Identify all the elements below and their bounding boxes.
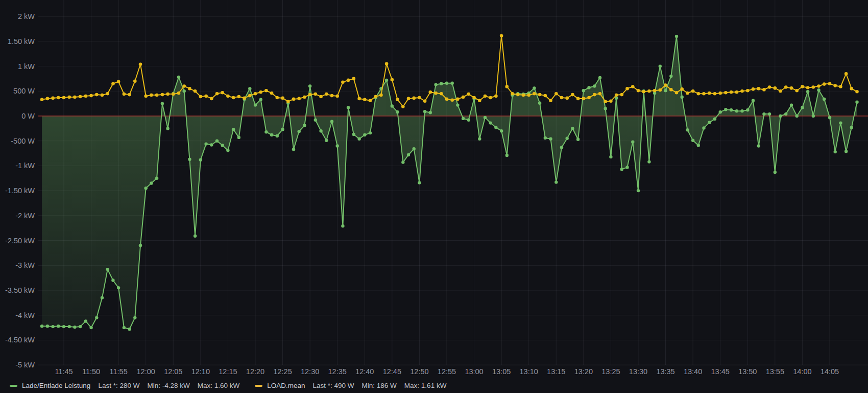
x-axis-tick-label: 13:20	[574, 367, 593, 376]
x-axis-tick-label: 11:50	[82, 367, 100, 376]
y-axis-tick-label: 1.50 kW	[8, 37, 35, 45]
grafana-panel: 2 kW1.50 kW1 kW500 W0 W-500 W-1 kW-1.50 …	[0, 0, 868, 393]
x-axis-tick-label: 13:25	[601, 367, 620, 376]
legend-swatch-load-icon	[255, 385, 262, 387]
x-axis-tick-label: 11:45	[55, 367, 73, 376]
legend: Lade/Entlade Leistung Last *: 280 W Min:…	[10, 382, 446, 389]
y-axis-tick-label: -2.50 kW	[5, 237, 35, 245]
y-axis-tick-label: -1 kW	[15, 161, 35, 170]
y-axis-tick-label: -4.50 kW	[5, 336, 35, 344]
x-axis-tick-label: 13:15	[547, 367, 565, 376]
x-axis-tick-label: 13:10	[520, 367, 538, 376]
legend-stat-min: Min: -4.28 kW	[147, 382, 189, 389]
y-axis-tick-label: -5 kW	[15, 361, 35, 369]
x-axis-tick-label: 12:25	[273, 367, 292, 376]
plot-area[interactable]	[38, 0, 868, 365]
x-axis-tick-label: 13:35	[656, 367, 674, 376]
legend-item-battery[interactable]: Lade/Entlade Leistung Last *: 280 W Min:…	[10, 382, 239, 389]
x-axis-tick-label: 14:00	[793, 367, 811, 376]
x-axis-tick-label: 13:05	[492, 367, 511, 376]
x-axis-tick-label: 12:20	[246, 367, 264, 376]
x-axis-tick-label: 12:05	[164, 367, 182, 376]
y-axis-tick-label: -500 W	[11, 137, 35, 145]
x-axis-tick-label: 13:30	[629, 367, 647, 376]
power-timeseries-chart[interactable]: 2 kW1.50 kW1 kW500 W0 W-500 W-1 kW-1.50 …	[0, 0, 868, 393]
x-axis-tick-label: 12:35	[328, 367, 347, 376]
y-axis-tick-label: 1 kW	[18, 62, 35, 71]
legend-stat-max: Max: 1.60 kW	[198, 382, 240, 389]
x-axis-tick-label: 12:15	[219, 367, 237, 376]
y-axis-tick-label: -2 kW	[15, 212, 35, 220]
y-axis-tick-label: -3 kW	[15, 261, 35, 269]
y-axis-tick-label: 0 W	[21, 112, 35, 120]
y-axis-tick-label: -4 kW	[15, 311, 35, 319]
x-axis-tick-label: 11:55	[110, 367, 128, 376]
x-axis-tick-label: 13:40	[684, 367, 702, 376]
legend-label-load[interactable]: LOAD.mean	[267, 382, 305, 389]
y-axis-tick-label: 500 W	[13, 87, 35, 95]
x-axis-tick-label: 12:55	[438, 367, 456, 376]
legend-swatch-battery-icon	[10, 385, 17, 387]
x-axis-tick-label: 12:50	[410, 367, 428, 376]
x-axis-tick-label: 12:40	[355, 367, 374, 376]
x-axis-tick-label: 13:00	[465, 367, 483, 376]
legend-stat-max: Max: 1.61 kW	[404, 382, 447, 389]
legend-item-load[interactable]: LOAD.mean Last *: 490 W Min: 186 W Max: …	[255, 382, 446, 389]
x-axis-tick-label: 12:45	[383, 367, 401, 376]
legend-stat-last: Last *: 490 W	[313, 382, 354, 389]
x-axis-tick-label: 13:50	[738, 367, 757, 376]
legend-stat-last: Last *: 280 W	[98, 382, 139, 389]
y-axis-tick-label: -3.50 kW	[5, 286, 35, 294]
y-axis-tick-label: -1.50 kW	[5, 187, 35, 195]
x-axis-tick-label: 13:45	[711, 367, 730, 376]
x-axis-tick-label: 14:05	[821, 367, 839, 376]
x-axis-tick-label: 13:55	[766, 367, 784, 376]
legend-stat-min: Min: 186 W	[362, 382, 397, 389]
x-axis-tick-label: 12:00	[137, 367, 155, 376]
legend-label-battery[interactable]: Lade/Entlade Leistung	[22, 382, 90, 389]
x-axis-tick-label: 12:30	[301, 367, 319, 376]
x-axis-tick-label: 12:10	[191, 367, 210, 376]
y-axis-tick-label: 2 kW	[18, 12, 35, 20]
